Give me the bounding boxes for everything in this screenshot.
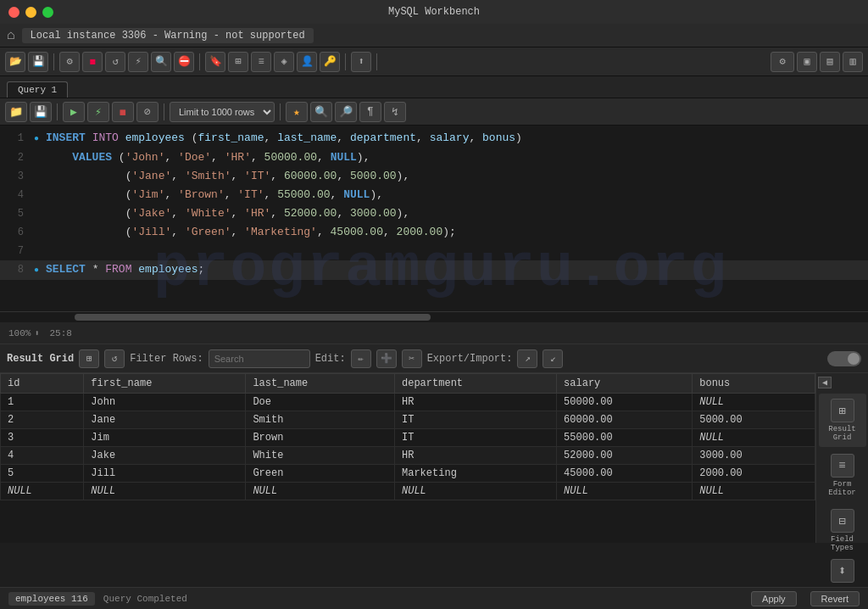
table-cell-department[interactable]: IT [395, 411, 557, 429]
zoom-out-btn[interactable]: 🔎 [335, 102, 357, 122]
table-row[interactable]: 4JakeWhiteHR52000.003000.00 [1, 447, 815, 465]
skip-btn[interactable]: ⊘ [136, 102, 159, 122]
minimize-button[interactable] [25, 7, 36, 18]
edit-delete-btn[interactable]: ✂ [402, 349, 422, 368]
table-cell-bonus[interactable]: 5000.00 [693, 411, 815, 429]
table-cell-bonus[interactable]: 2000.00 [693, 465, 815, 483]
execute-button[interactable]: ⚙ [59, 52, 80, 72]
table-cell-salary[interactable]: NULL [557, 483, 693, 500]
employees-tab[interactable]: employees 116 [8, 592, 95, 606]
search-button[interactable]: 🔍 [151, 52, 171, 72]
table-cell-salary[interactable]: 52000.00 [557, 447, 693, 465]
code-editor[interactable]: programguru.org 1 ● INSERT INTO employee… [0, 126, 868, 312]
format-btn[interactable]: ¶ [359, 102, 381, 122]
zoom-in-btn[interactable]: 🔍 [310, 102, 332, 122]
import-button[interactable]: ⬆ [351, 52, 371, 72]
side-collapse-btn[interactable]: ◀ [818, 377, 832, 388]
export-btn[interactable]: ↗ [517, 349, 537, 368]
search-input[interactable] [209, 349, 310, 368]
revert-button[interactable]: Revert [810, 591, 860, 606]
table-cell-salary[interactable]: 55000.00 [557, 429, 693, 447]
close-button[interactable] [8, 7, 19, 18]
layout1-button[interactable]: ▣ [797, 52, 817, 72]
table-cell-bonus[interactable]: NULL [693, 394, 815, 411]
table-cell-first_name[interactable]: Jake [84, 447, 246, 465]
refresh-button[interactable]: ↺ [105, 52, 125, 72]
index-button[interactable]: ◈ [274, 52, 294, 72]
table-cell-first_name[interactable]: Jane [84, 411, 246, 429]
table-row[interactable]: NULLNULLNULLNULLNULLNULL [1, 483, 815, 500]
table-cell-salary[interactable]: 60000.00 [557, 411, 693, 429]
table-cell-last_name[interactable]: NULL [246, 483, 395, 500]
run-current-btn[interactable]: ⚡ [87, 102, 109, 122]
wrap-toggle[interactable] [827, 351, 861, 366]
side-scroll-btn[interactable]: ⬍ [831, 559, 854, 588]
table-cell-last_name[interactable]: Doe [246, 394, 395, 411]
layout2-button[interactable]: ▤ [820, 52, 840, 72]
grant-button[interactable]: 🔑 [320, 52, 340, 72]
table-button[interactable]: ⊞ [228, 52, 248, 72]
table-row[interactable]: 5JillGreenMarketing45000.002000.00 [1, 465, 815, 483]
edit-add-btn[interactable]: ➕ [376, 349, 397, 368]
stop-sql-btn[interactable]: ◼ [112, 102, 134, 122]
table-cell-bonus[interactable]: NULL [693, 429, 815, 447]
hscroll-thumb[interactable] [75, 314, 431, 321]
star-btn[interactable]: ★ [286, 102, 308, 122]
horizontal-scrollbar[interactable] [0, 312, 868, 322]
side-item-form-editor[interactable]: ≡ FormEditor [819, 449, 866, 502]
home-icon[interactable]: ⌂ [7, 28, 15, 43]
table-cell-department[interactable]: HR [395, 447, 557, 465]
table-cell-salary[interactable]: 45000.00 [557, 465, 693, 483]
stop-button[interactable]: ◼ [82, 52, 103, 72]
refresh-result-btn[interactable]: ↺ [104, 349, 125, 368]
table-cell-first_name[interactable]: John [84, 394, 246, 411]
table-cell-department[interactable]: NULL [395, 483, 557, 500]
table-cell-salary[interactable]: 50000.00 [557, 394, 693, 411]
table-cell-last_name[interactable]: Green [246, 465, 395, 483]
table-cell-first_name[interactable]: NULL [84, 483, 246, 500]
table-cell-first_name[interactable]: Jill [84, 465, 246, 483]
column-button[interactable]: ≡ [251, 52, 271, 72]
table-cell-department[interactable]: IT [395, 429, 557, 447]
run-btn[interactable]: ▶ [63, 102, 85, 122]
table-row[interactable]: 3JimBrownIT55000.00NULL [1, 429, 815, 447]
table-cell-id[interactable]: 4 [1, 447, 84, 465]
table-cell-id[interactable]: 3 [1, 429, 84, 447]
layout3-button[interactable]: ▥ [843, 52, 863, 72]
table-row[interactable]: 1JohnDoeHR50000.00NULL [1, 394, 815, 411]
zoom-spinner[interactable]: ⬍ [34, 328, 39, 338]
table-row[interactable]: 2JaneSmithIT60000.005000.00 [1, 411, 815, 429]
side-item-field-types[interactable]: ⊟ FieldTypes [819, 504, 866, 557]
table-cell-department[interactable]: Marketing [395, 465, 557, 483]
zoom-control[interactable]: 100% ⬍ [8, 328, 39, 338]
limit-select[interactable]: Limit to 1000 rows [170, 102, 275, 122]
table-cell-last_name[interactable]: White [246, 447, 395, 465]
table-cell-id[interactable]: 2 [1, 411, 84, 429]
save-button[interactable]: 💾 [28, 52, 48, 72]
apply-button[interactable]: Apply [751, 591, 797, 606]
folder-icon-btn[interactable]: 📁 [5, 102, 27, 122]
table-cell-id[interactable]: 1 [1, 394, 84, 411]
schema-button[interactable]: 🔖 [205, 52, 225, 72]
grid-view-btn[interactable]: ⊞ [79, 349, 99, 368]
explain-button[interactable]: ⚡ [128, 52, 148, 72]
open-file-button[interactable]: 📂 [5, 52, 25, 72]
save-sql-btn[interactable]: 💾 [30, 102, 52, 122]
table-cell-last_name[interactable]: Smith [246, 411, 395, 429]
side-item-result-grid[interactable]: ⊞ ResultGrid [819, 394, 866, 447]
table-cell-id[interactable]: 5 [1, 465, 84, 483]
table-cell-last_name[interactable]: Brown [246, 429, 395, 447]
maximize-button[interactable] [42, 7, 53, 18]
export-sql-btn[interactable]: ↯ [384, 102, 406, 122]
table-cell-department[interactable]: HR [395, 394, 557, 411]
monitor-button[interactable]: ⚙ [771, 52, 794, 72]
settings-button[interactable]: ⛔ [174, 52, 194, 72]
edit-pencil-btn[interactable]: ✏ [351, 349, 371, 368]
import-btn[interactable]: ↙ [542, 349, 563, 368]
table-cell-first_name[interactable]: Jim [84, 429, 246, 447]
user-button[interactable]: 👤 [297, 52, 317, 72]
table-cell-bonus[interactable]: 3000.00 [693, 447, 815, 465]
table-cell-bonus[interactable]: NULL [693, 483, 815, 500]
table-cell-id[interactable]: NULL [1, 483, 84, 500]
query-tab[interactable]: Query 1 [7, 81, 68, 98]
